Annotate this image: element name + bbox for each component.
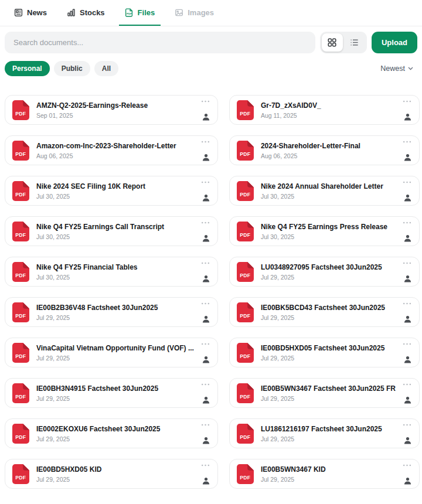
file-card[interactable]: PDF IE00BK5BCD43 Factsheet 30Jun2025 Jul… [229,297,420,327]
search-input[interactable] [5,32,315,53]
more-menu-button[interactable] [403,382,411,387]
file-info: Nike 2024 SEC Filing 10K Report Jul 30, … [36,182,194,200]
file-card[interactable]: PDF LU1861216197 Factsheet 30Jun2025 Jul… [229,418,420,448]
file-card[interactable]: PDF 2024-Shareholder-Letter-Final Aug 06… [229,135,420,165]
file-card[interactable]: PDF Gr-7D_zXsAID0V_ Aug 11, 2025 [229,95,420,125]
tab-news[interactable]: News [8,0,53,26]
file-info: IE00BD5HXD05 KID Jul 29, 2025 [36,465,194,483]
more-menu-button[interactable] [201,180,210,185]
more-menu-button[interactable] [201,342,210,346]
ellipsis-icon [403,464,411,466]
more-menu-button[interactable] [403,301,411,306]
ellipsis-icon [201,424,210,426]
file-card[interactable]: PDF IE00B5WN3467 Factsheet 30Jun2025 FR … [229,378,420,408]
file-info: IE00B5WN3467 Factsheet 30Jun2025 FR Jul … [261,384,396,402]
card-rail [201,423,210,444]
file-card[interactable]: PDF Nike Q4 FY25 Financial Tables Jul 30… [5,257,218,287]
more-menu-button[interactable] [403,220,411,225]
card-rail [201,261,210,282]
more-menu-button[interactable] [403,180,411,185]
upload-button[interactable]: Upload [372,32,417,53]
owner-person-icon [404,437,411,444]
file-date: Jul 29, 2025 [36,395,194,402]
pdf-badge-label: PDF [240,272,250,278]
ellipsis-icon [201,383,210,386]
tab-stocks[interactable]: Stocks [61,0,111,26]
grid-view-button[interactable] [322,33,343,52]
tab-images[interactable]: Images [169,0,220,26]
pdf-badge-label: PDF [240,191,250,197]
file-card[interactable]: PDF LU0348927095 Factsheet 30Jun2025 Jul… [229,257,420,287]
file-info: IE00BD5HXD05 Factsheet 30Jun2025 Jul 29,… [261,344,396,362]
more-menu-button[interactable] [403,342,411,346]
filter-pill-all[interactable]: All [94,61,118,76]
file-info: IE00BK5BCD43 Factsheet 30Jun2025 Jul 29,… [261,304,396,321]
file-title: IE00B5WN3467 Factsheet 30Jun2025 FR [261,384,396,393]
more-menu-button[interactable] [403,463,411,468]
list-view-icon [350,38,359,47]
pdf-badge-icon: PDF [12,343,29,363]
file-card[interactable]: PDF IE00BD5HXD05 Factsheet 30Jun2025 Jul… [229,338,420,367]
file-card[interactable]: PDF Nike Q4 FY25 Earnings Press Release … [229,216,420,246]
ellipsis-icon [403,100,411,103]
tab-label: Files [138,8,155,17]
file-card[interactable]: PDF Nike Q4 FY25 Earnings Call Transcrip… [5,216,218,246]
pdf-badge-icon: PDF [12,302,29,322]
file-date: Jul 29, 2025 [261,435,396,442]
file-card[interactable]: PDF Amazon-com-Inc-2023-Shareholder-Lett… [5,135,218,165]
pdf-badge-label: PDF [15,474,26,480]
file-title: Nike 2024 Annual Shareholder Letter [261,182,396,190]
pdf-badge-label: PDF [240,312,250,318]
file-info: LU0348927095 Factsheet 30Jun2025 Jul 29,… [261,263,396,281]
file-date: Jul 29, 2025 [261,274,396,281]
file-date: Jul 29, 2025 [36,435,194,442]
owner-person-icon [202,437,210,444]
pdf-badge-label: PDF [240,353,250,359]
owner-person-icon [404,315,411,323]
more-menu-button[interactable] [201,463,210,468]
sort-dropdown[interactable]: Newest [380,64,417,73]
file-card[interactable]: PDF IE00BD5HXD05 KID Jul 29, 2025 [5,459,218,489]
file-card[interactable]: PDF IE00B2B36V48 Factsheet 30Jun2025 Jul… [5,297,218,327]
card-rail [201,180,210,202]
pdf-badge-label: PDF [15,110,26,116]
file-card[interactable]: PDF AMZN-Q2-2025-Earnings-Release Sep 01… [5,95,218,125]
filter-row: Personal Public All Newest [5,61,417,76]
more-menu-button[interactable] [403,139,411,144]
more-menu-button[interactable] [201,220,210,225]
file-date: Jul 29, 2025 [36,355,194,362]
filter-pill-personal[interactable]: Personal [5,61,50,76]
more-menu-button[interactable] [201,261,210,265]
svg-text:PDF: PDF [127,12,132,15]
file-card[interactable]: PDF Nike 2024 SEC Filing 10K Report Jul … [5,176,218,206]
more-menu-button[interactable] [201,423,210,427]
ellipsis-icon [201,100,210,103]
file-card[interactable]: PDF IE0002EKOXU6 Factsheet 30Jun2025 Jul… [5,418,218,448]
pdf-file-icon: PDF [125,8,134,17]
file-card[interactable]: PDF Nike 2024 Annual Shareholder Letter … [229,176,420,206]
more-menu-button[interactable] [201,99,210,104]
file-info: Gr-7D_zXsAID0V_ Aug 11, 2025 [261,101,396,119]
pdf-badge-label: PDF [15,191,26,197]
file-card[interactable]: PDF IE00BH3N4915 Factsheet 30Jun2025 Jul… [5,378,218,408]
owner-person-icon [202,154,210,161]
file-date: Aug 11, 2025 [261,112,396,119]
tab-files[interactable]: PDF Files [119,0,161,26]
pdf-badge-icon: PDF [12,262,29,282]
filter-pill-public[interactable]: Public [54,61,90,76]
ellipsis-icon [403,262,411,264]
more-menu-button[interactable] [403,261,411,265]
file-title: AMZN-Q2-2025-Earnings-Release [36,101,194,110]
list-view-button[interactable] [344,33,365,52]
file-card[interactable]: PDF VinaCapital Vietnam Opportunity Fund… [5,338,218,367]
more-menu-button[interactable] [201,301,210,306]
more-menu-button[interactable] [201,382,210,387]
card-rail [403,342,411,363]
images-icon [175,8,183,17]
pdf-badge-label: PDF [15,393,26,399]
file-card[interactable]: PDF IE00B5WN3467 KID Jul 29, 2025 [229,459,420,489]
more-menu-button[interactable] [403,99,411,104]
news-icon [14,8,23,17]
more-menu-button[interactable] [403,423,411,427]
more-menu-button[interactable] [201,139,210,144]
